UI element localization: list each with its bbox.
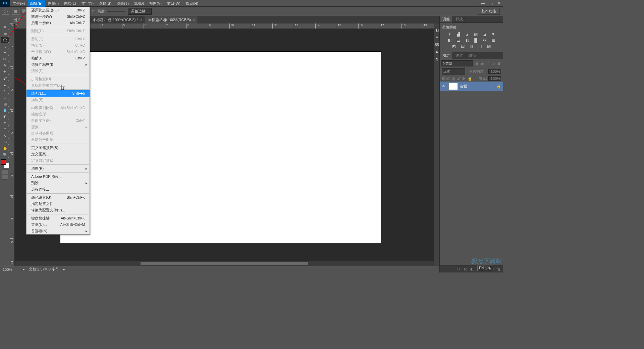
shape-tool[interactable]: ▭ bbox=[1, 139, 9, 145]
adjustment-icon[interactable]: ▤ bbox=[460, 44, 466, 49]
filter-type-icon[interactable]: T bbox=[486, 61, 490, 66]
fill-value[interactable]: 100% bbox=[488, 76, 501, 81]
menu-item[interactable]: 预设▸ bbox=[26, 180, 90, 186]
menu-2[interactable]: 图像(I) bbox=[45, 0, 61, 7]
styles-tab[interactable]: 样式 bbox=[453, 16, 466, 22]
adjustment-icon[interactable]: ◫ bbox=[477, 44, 483, 49]
strip-icon[interactable]: ≡ bbox=[435, 35, 439, 40]
layer-kind-select[interactable]: ρ 类型 bbox=[441, 60, 473, 66]
menu-item[interactable]: 远程连接... bbox=[26, 186, 90, 193]
menu-1[interactable]: 编辑(E) bbox=[28, 0, 45, 7]
filter-shape-icon[interactable]: ▱ bbox=[491, 61, 496, 66]
layer-footer-icon[interactable]: ◐ bbox=[470, 267, 474, 271]
magic-wand-tool[interactable]: ✦ bbox=[1, 50, 9, 56]
opacity-value[interactable]: 100% bbox=[488, 69, 501, 74]
height-input[interactable] bbox=[108, 11, 125, 12]
gradient-tool[interactable]: ▦ bbox=[1, 101, 9, 107]
menu-7[interactable]: 3D(D) bbox=[131, 0, 147, 7]
refine-edge-button[interactable]: 调整边缘... bbox=[128, 8, 152, 15]
adjustment-icon[interactable]: ▟ bbox=[455, 32, 462, 37]
move-tool[interactable]: ✥ bbox=[1, 24, 9, 31]
type-tool[interactable]: T bbox=[1, 126, 9, 133]
blend-mode-select[interactable]: 正常 bbox=[442, 68, 465, 74]
menu-0[interactable]: 文件(F) bbox=[10, 0, 28, 7]
healing-tool[interactable]: ✚ bbox=[1, 69, 9, 75]
zoom-value[interactable]: 100% bbox=[3, 267, 19, 271]
close-tab-icon[interactable]: × bbox=[193, 18, 195, 22]
menu-6[interactable]: 滤镜(T) bbox=[114, 0, 131, 7]
layer-footer-icon[interactable]: fx bbox=[463, 267, 468, 271]
menu-item[interactable]: 前进一步(W)Shift+Ctrl+Z bbox=[26, 13, 90, 20]
blur-tool[interactable]: 💧 bbox=[1, 107, 9, 113]
adjustment-icon[interactable]: ▴ bbox=[464, 32, 470, 37]
menu-item[interactable]: 颜色设置(G)...Shift+Ctrl+K bbox=[26, 194, 90, 201]
layer-thumbnail[interactable] bbox=[448, 83, 458, 90]
rect-marquee-tool[interactable]: ▭ bbox=[1, 31, 9, 37]
canvas[interactable] bbox=[60, 52, 381, 243]
strip-icon[interactable]: A bbox=[435, 50, 439, 54]
adjustment-icon[interactable]: ◧ bbox=[447, 38, 453, 43]
color-swatches[interactable] bbox=[1, 159, 9, 168]
document-tab[interactable]: 未标题-1 @ 100%(RGB/8) *× bbox=[90, 16, 145, 23]
menu-item[interactable]: 键盘快捷键...Alt+Shift+Ctrl+K bbox=[26, 215, 90, 221]
eyedropper-tool[interactable]: ✎ bbox=[1, 62, 9, 69]
filter-adjust-icon[interactable]: ◐ bbox=[480, 61, 485, 66]
chevron-icon[interactable]: ▸ bbox=[23, 267, 25, 271]
menu-item[interactable]: Adobe PDF 预设... bbox=[26, 173, 90, 180]
strip-icon[interactable]: ◧ bbox=[435, 28, 439, 32]
strip-icon[interactable]: ¶ bbox=[435, 57, 439, 62]
menu-item[interactable]: 指定配置文件... bbox=[26, 201, 90, 207]
adjustment-icon[interactable]: ▥ bbox=[469, 44, 475, 49]
adjustment-icon[interactable]: █ bbox=[473, 38, 479, 43]
layers-tab[interactable]: 图层 bbox=[440, 52, 453, 59]
menu-5[interactable]: 选择(S) bbox=[96, 0, 114, 7]
close-button[interactable]: ✕ bbox=[495, 0, 503, 6]
minimize-button[interactable]: — bbox=[479, 0, 487, 6]
menu-10[interactable]: 帮助(H) bbox=[183, 0, 201, 7]
adjustment-icon[interactable]: ☀ bbox=[447, 32, 453, 37]
tool-preset-icon[interactable]: ◯ bbox=[2, 8, 9, 15]
screen-mode-icon[interactable] bbox=[2, 175, 8, 180]
paths-tab[interactable]: 路径 bbox=[466, 52, 479, 59]
quick-mask-icon[interactable] bbox=[2, 169, 8, 174]
adjustment-icon[interactable]: ▨ bbox=[486, 44, 492, 49]
lock-all-icon[interactable]: 🔒 bbox=[468, 77, 472, 81]
menu-item[interactable]: 首选项(N)▸ bbox=[26, 228, 90, 234]
menu-9[interactable]: 窗口(W) bbox=[164, 0, 183, 7]
lock-image-icon[interactable]: 🖌 bbox=[457, 77, 461, 81]
menu-item[interactable]: 填充(L)...Shift+F5 bbox=[26, 90, 90, 97]
strip-icon[interactable]: 85 bbox=[435, 42, 439, 47]
visibility-icon[interactable]: 👁 bbox=[442, 84, 446, 89]
filter-smart-icon[interactable]: ◧ bbox=[497, 61, 502, 66]
layer-footer-icon[interactable]: 🗑 bbox=[496, 267, 501, 271]
menu-item[interactable]: 清理(R)▸ bbox=[26, 165, 90, 172]
maximize-button[interactable]: ▭ bbox=[487, 0, 495, 6]
chevron-icon[interactable]: ▸ bbox=[63, 267, 65, 271]
path-tool[interactable]: ↖ bbox=[1, 133, 9, 139]
menu-item[interactable]: 粘贴(P)Ctrl+V bbox=[26, 55, 90, 61]
eraser-tool[interactable]: ▱ bbox=[1, 94, 9, 101]
menu-item[interactable]: 转换为配置文件(V)... bbox=[26, 207, 90, 213]
history-brush-tool[interactable]: ↶ bbox=[1, 88, 9, 94]
stamp-tool[interactable]: ▲ bbox=[1, 82, 9, 88]
selection-mode-new[interactable]: ▦ bbox=[12, 8, 19, 15]
hand-tool[interactable]: ✋ bbox=[1, 145, 9, 152]
filter-pixel-icon[interactable]: ▦ bbox=[474, 61, 479, 66]
pen-tool[interactable]: ✒ bbox=[1, 120, 9, 126]
menu-item[interactable]: 定义画笔预设(B)... bbox=[26, 145, 90, 151]
menu-item[interactable]: 选择性粘贴(I)▸ bbox=[26, 61, 90, 68]
lock-pos-icon[interactable]: ✥ bbox=[462, 77, 466, 81]
menu-item[interactable]: 定义图案... bbox=[26, 151, 90, 157]
menu-item[interactable]: 后退一步(K)Alt+Ctrl+Z bbox=[26, 20, 90, 26]
adjustment-icon[interactable]: ♻ bbox=[482, 38, 488, 43]
menu-3[interactable]: 图层(L) bbox=[61, 0, 78, 7]
menu-4[interactable]: 文字(Y) bbox=[79, 0, 97, 7]
menu-item[interactable]: 还原状态更改(O)Ctrl+Z bbox=[26, 7, 90, 13]
adjustment-icon[interactable]: ◐ bbox=[464, 38, 470, 43]
document-tab[interactable]: 未标题-2 @ 100%(RGB/8)× bbox=[145, 16, 198, 23]
adjustment-icon[interactable]: ▦ bbox=[490, 38, 496, 43]
adjustment-icon[interactable]: ▨ bbox=[473, 32, 479, 37]
brush-tool[interactable]: 🖌 bbox=[1, 75, 9, 82]
layer-footer-icon[interactable]: ⊖ bbox=[456, 267, 461, 271]
lasso-tool[interactable]: ⟆ bbox=[1, 43, 9, 50]
